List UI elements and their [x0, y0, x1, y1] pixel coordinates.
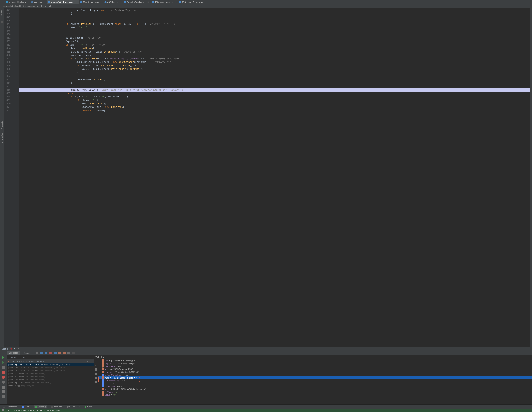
code-line[interactable]: value = strValue; — [19, 54, 530, 57]
run-to-cursor-icon[interactable] — [63, 352, 66, 354]
stack-frame[interactable]: parse:193, JSON (com.alibaba.fastjson) — [7, 375, 94, 378]
arrow-down-icon[interactable]: ↓ — [89, 360, 90, 363]
code-line[interactable]: value = iso8601Lexer.getCalendar().getTi… — [19, 67, 530, 71]
force-step-icon[interactable] — [49, 352, 52, 354]
filter-icon[interactable]: ▿ — [91, 360, 93, 363]
stack-frame[interactable]: parse:1401, DefaultJSONParser (com.aliba… — [7, 366, 94, 369]
arrow-up-icon[interactable]: ↑ — [87, 360, 88, 363]
variable-row[interactable]: ›map = {HashMap@572} size = 0 — [98, 376, 532, 379]
editor-tab[interactable]: JSON.class× — [103, 0, 123, 4]
debugger-tab[interactable]: Debugger — [7, 351, 20, 355]
evaluate-icon[interactable] — [67, 352, 70, 354]
code-line[interactable]: if (ch == '[') { — [19, 98, 530, 102]
close-icon[interactable]: × — [27, 0, 28, 3]
copy-icon[interactable] — [95, 377, 97, 379]
threads-subtab[interactable]: Threads — [18, 355, 29, 359]
problems-tab[interactable]: 6: Problems — [2, 405, 18, 408]
editor-tab[interactable]: MiscCodec.class× — [79, 0, 103, 4]
pause-icon[interactable] — [2, 366, 5, 369]
code-line[interactable]: Map var28; — [19, 40, 530, 43]
code-line[interactable]: map.put(key, value); map: size = 0 key: … — [19, 88, 530, 92]
close-icon[interactable]: × — [204, 0, 206, 3]
mute-breakpoints-icon[interactable] — [2, 381, 5, 384]
code-line[interactable] — [19, 74, 530, 78]
frames-subtab[interactable]: Frames — [7, 355, 18, 359]
editor-tab[interactable]: JSONLexerBase.class× — [178, 0, 207, 4]
console-tab[interactable]: ▸ Console — [20, 351, 33, 355]
code-line[interactable]: if (object.getClass() == JSONObject.clas… — [19, 22, 530, 26]
code-line[interactable]: } else { — [19, 92, 530, 95]
code-line[interactable]: boolean var10000; — [19, 109, 530, 112]
code-line[interactable]: if (lexer.isEnabled(Feature.AllowISO8601… — [19, 57, 530, 60]
code-area[interactable]: setContextFlag = true; setContextFlag: t… — [19, 8, 530, 347]
stack-frame[interactable]: parseObject:491, DefaultJSONParser (com.… — [7, 363, 94, 366]
code-line[interactable] — [19, 85, 530, 88]
run-config-tab[interactable]: 🐞 App × — [10, 347, 19, 351]
variable-row[interactable]: ›strValue = "a" — [98, 391, 532, 393]
todo-tab[interactable]: TODO — [21, 405, 32, 408]
rerun-icon[interactable] — [2, 361, 5, 364]
code-line[interactable] — [19, 33, 530, 36]
close-icon[interactable]: × — [147, 0, 149, 3]
pin-icon[interactable] — [2, 395, 5, 398]
stack-frame[interactable]: parse:149, JSON (com.alibaba.fastjson) — [7, 378, 94, 381]
editor-tab[interactable]: SerializeConfig.class× — [123, 0, 151, 4]
stop-icon[interactable] — [2, 371, 5, 374]
close-icon[interactable]: × — [18, 347, 19, 350]
close-icon[interactable]: × — [44, 0, 45, 3]
step-into-icon[interactable] — [45, 352, 48, 354]
code-line[interactable]: } — [19, 12, 530, 15]
editor-scrollbar[interactable] — [530, 8, 532, 347]
stack-frame[interactable]: main:10, App (org.example) — [7, 384, 94, 387]
close-icon[interactable]: × — [100, 0, 102, 3]
variables-tree[interactable]: ›this = {DefaultJSONParser@564}object = … — [94, 359, 532, 404]
variable-row[interactable]: ›lexer = {JSONScanner@562} — [98, 368, 532, 371]
variable-row[interactable]: fieldName = null — [98, 365, 532, 368]
code-line[interactable]: } — [19, 81, 530, 85]
glasses-icon[interactable] — [95, 381, 97, 383]
variable-row[interactable]: ›this = {DefaultJSONParser@564} — [98, 359, 532, 362]
code-line[interactable]: lexer.nextToken(); — [19, 102, 530, 105]
code-line[interactable]: JSONArray list = new JSONArray(); — [19, 105, 530, 109]
code-line[interactable]: } — [19, 16, 530, 19]
up-icon[interactable] — [95, 369, 97, 371]
trace-icon[interactable] — [72, 352, 75, 354]
code-line[interactable]: } — [19, 71, 530, 74]
stack-frame[interactable]: parse:1367, DefaultJSONParser (com.aliba… — [7, 369, 94, 372]
code-line[interactable]: lexer.scanString(); — [19, 47, 530, 50]
settings-icon[interactable] — [2, 391, 5, 393]
terminal-tab[interactable]: Terminal — [50, 405, 63, 408]
thread-selector[interactable]: ✓ "main"@1 in group "main": RUNNING ▾ ↑ … — [7, 359, 94, 363]
variable-row[interactable]: ›value = "a" — [98, 393, 532, 396]
stack-frame[interactable]: parseObject:254, JSON (com.alibaba.fastj… — [7, 381, 94, 384]
variable-row[interactable]: ch = '"' 34 — [98, 382, 532, 385]
code-line[interactable]: } — [19, 29, 530, 33]
camera-icon[interactable] — [2, 385, 5, 389]
variable-row[interactable]: setContextFlag = true — [98, 379, 532, 382]
code-line[interactable]: setContextFlag = true; setContextFlag: t… — [19, 9, 530, 12]
code-line[interactable]: Object value; value: "a" — [19, 36, 530, 39]
remove-watch-icon[interactable]: − — [95, 364, 97, 367]
variable-row[interactable]: isObjectKey = true — [98, 385, 532, 388]
favorites-tool-button[interactable]: 2: Favorites — [1, 132, 3, 144]
variable-row[interactable]: ›context = {ParseContext@738} "$" — [98, 371, 532, 373]
editor-tab[interactable]: DefaultJSONParser.class× — [47, 0, 79, 4]
project-tool-button[interactable]: 1: Project — [1, 9, 3, 20]
threads-icon[interactable] — [36, 352, 38, 354]
step-out-icon[interactable] — [54, 352, 57, 354]
code-line[interactable]: JSONScanner iso8601Lexer = new JSONScann… — [19, 60, 530, 64]
editor-tab[interactable]: pom.xml (fastjson)× — [5, 0, 30, 4]
code-line[interactable]: if (ch == '"') { ch: '"' 34 — [19, 43, 530, 47]
code-line[interactable]: key = "null"; — [19, 26, 530, 29]
build-tab[interactable]: Build — [83, 405, 93, 408]
view-breakpoints-icon[interactable] — [2, 376, 5, 379]
close-icon[interactable]: × — [76, 0, 77, 3]
editor-tab[interactable]: JSONScanner.class× — [151, 0, 178, 4]
variable-row[interactable]: ›key = {URL@717} "http://8fhj7r.dnslog.c… — [98, 388, 532, 391]
services-tab[interactable]: 8: Services — [66, 405, 81, 408]
add-watch-icon[interactable]: + — [95, 360, 97, 363]
stack-frame[interactable]: parse:183, JSON (com.alibaba.fastjson) — [7, 372, 94, 375]
chevron-down-icon[interactable]: ▾ — [85, 360, 86, 363]
code-line[interactable] — [19, 19, 530, 22]
close-icon[interactable]: × — [174, 0, 176, 3]
